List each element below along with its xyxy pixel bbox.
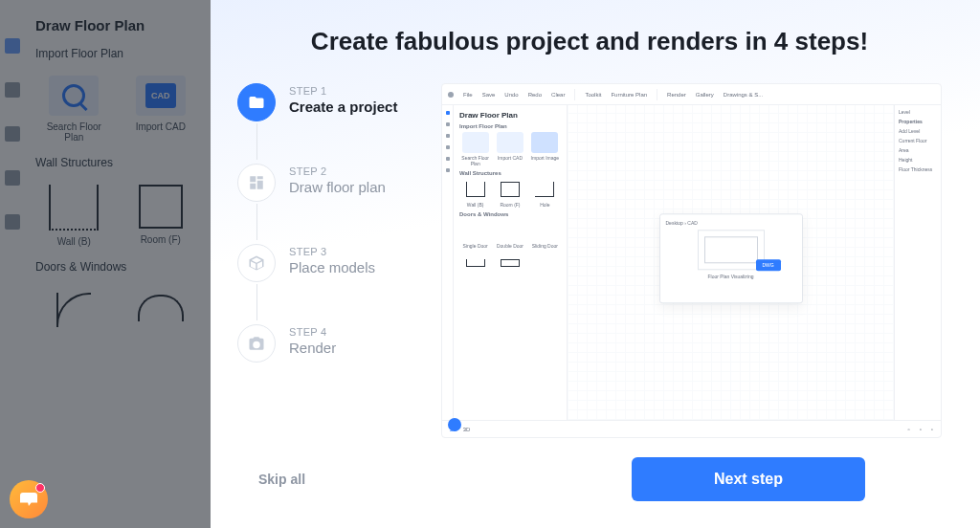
pv-lock-icon: ▫: [908, 427, 910, 432]
pv-undo: Undo: [504, 92, 518, 98]
pv-left-rail: [442, 105, 454, 420]
pv-cad-icon: [497, 132, 523, 153]
step-2-num: STEP 2: [289, 165, 386, 177]
pv-rail-icon: [446, 145, 450, 149]
pv-side-doors: Doors & Windows: [459, 211, 561, 217]
pv-sliding-label: Sliding Door: [532, 243, 558, 249]
pv-single-label: Single Door: [463, 243, 488, 249]
pv-thick: Floor Thickness: [899, 166, 937, 172]
pv-room-label: Room (F): [500, 202, 520, 208]
camera-icon: [248, 335, 265, 352]
step-2-label: Draw floor plan: [289, 179, 386, 195]
skip-all-link[interactable]: Skip all: [258, 472, 305, 487]
pv-redo: Redo: [528, 92, 542, 98]
pv-right-panel: Level Properties Add Level Current Floor…: [895, 105, 941, 420]
step-3-circle: [237, 244, 276, 282]
pv-floorplan-thumb: DWG: [698, 230, 765, 270]
pv-search-icon: [462, 132, 489, 153]
next-step-button[interactable]: Next step: [632, 457, 865, 501]
step-4-circle: [237, 324, 276, 363]
pv-save: Save: [482, 92, 496, 98]
pv-room-icon: [501, 182, 520, 197]
pv-hole-label: Hole: [540, 202, 549, 208]
pv-add-level: Add Level: [899, 128, 937, 134]
pv-wall-label: Wall (B): [467, 202, 484, 208]
pv-rail-icon: [446, 134, 450, 138]
pv-rail-icon: [446, 111, 450, 115]
step-1-circle: [237, 83, 276, 121]
pv-furniture: Furniture Plan: [611, 92, 647, 98]
pv-breadcrumb: Desktop › CAD: [666, 220, 796, 226]
step-4-label: Render: [289, 340, 336, 356]
pv-shape-icon: [466, 259, 485, 267]
pv-shape-icon: [501, 259, 520, 267]
onboarding-modal: Create fabulous project and renders in 4…: [211, 0, 980, 528]
pv-search-label: Search Floor Plan: [459, 155, 491, 166]
pv-chat-icon: [448, 418, 461, 431]
pv-side-title: Draw Floor Plan: [459, 111, 561, 120]
pv-popup-caption: Floor Plan Visualizing: [666, 274, 796, 279]
pv-sliding-door-icon: [531, 220, 558, 241]
pv-side-panel: Draw Floor Plan Import Floor Plan Search…: [454, 105, 567, 420]
stepper: STEP 1 Create a project STEP 2 Draw floo…: [237, 83, 414, 438]
pv-level: Level: [899, 109, 937, 115]
chat-fab[interactable]: [10, 480, 48, 518]
step-1[interactable]: STEP 1 Create a project: [237, 83, 414, 164]
step-4-num: STEP 4: [289, 326, 336, 338]
step-2[interactable]: STEP 2 Draw floor plan: [237, 164, 414, 244]
pv-logo-icon: [448, 92, 454, 98]
step-1-label: Create a project: [289, 99, 397, 115]
pv-side-import: Import Floor Plan: [459, 123, 561, 129]
pv-toolkit: Toolkit: [585, 92, 601, 98]
pv-grid-icon: ▫: [920, 427, 922, 432]
step-2-circle: [237, 164, 276, 202]
pv-clear: Clear: [551, 92, 565, 98]
pv-height: Height: [899, 157, 937, 163]
step-1-num: STEP 1: [289, 85, 397, 97]
step-3-label: Place models: [289, 259, 375, 275]
pv-side-walls: Wall Structures: [459, 170, 561, 176]
pv-wall-icon: [466, 182, 485, 197]
pv-cad-label: Import CAD: [498, 155, 523, 161]
pv-drawings: Drawings & S...: [724, 92, 763, 98]
pv-props: Properties: [899, 119, 937, 124]
modal-title: Create fabulous project and renders in 4…: [237, 27, 942, 56]
pv-rail-icon: [446, 157, 450, 161]
step-4[interactable]: STEP 4 Render: [237, 324, 414, 363]
pv-statusbar: 2D 3D ▫ ▫ ▫: [442, 420, 941, 437]
floorplan-icon: [248, 174, 265, 191]
dwg-badge: DWG: [756, 259, 781, 271]
pv-toolbar: File Save Undo Redo Clear Toolkit Furnit…: [442, 84, 941, 105]
pv-shape-icon: [531, 253, 558, 274]
pv-double-label: Double Door: [497, 243, 523, 249]
step-3-num: STEP 3: [289, 246, 375, 257]
pv-rail-icon: [446, 168, 450, 172]
pv-image-icon: [531, 132, 558, 153]
pv-area: Area: [899, 147, 937, 153]
pv-single-door-icon: [462, 220, 489, 241]
pv-render: Render: [667, 92, 686, 98]
pv-rail-icon: [446, 122, 450, 126]
pv-current: Current Floor: [899, 138, 937, 143]
pv-double-door-icon: [497, 220, 523, 241]
folder-icon: [248, 94, 265, 111]
pv-zoom-icon: ▫: [931, 427, 933, 432]
pv-canvas: Desktop › CAD DWG Floor Plan Visualizing: [567, 105, 895, 420]
preview-screenshot: File Save Undo Redo Clear Toolkit Furnit…: [441, 83, 942, 438]
pv-hole-icon: [535, 182, 554, 197]
pv-import-dialog: Desktop › CAD DWG Floor Plan Visualizing: [659, 213, 803, 303]
pv-file: File: [463, 92, 473, 98]
pv-3d: 3D: [463, 427, 471, 432]
cube-icon: [248, 254, 265, 272]
step-3[interactable]: STEP 3 Place models: [237, 244, 414, 324]
pv-gallery: Gallery: [696, 92, 714, 98]
pv-img-label: Import Image: [531, 155, 559, 161]
